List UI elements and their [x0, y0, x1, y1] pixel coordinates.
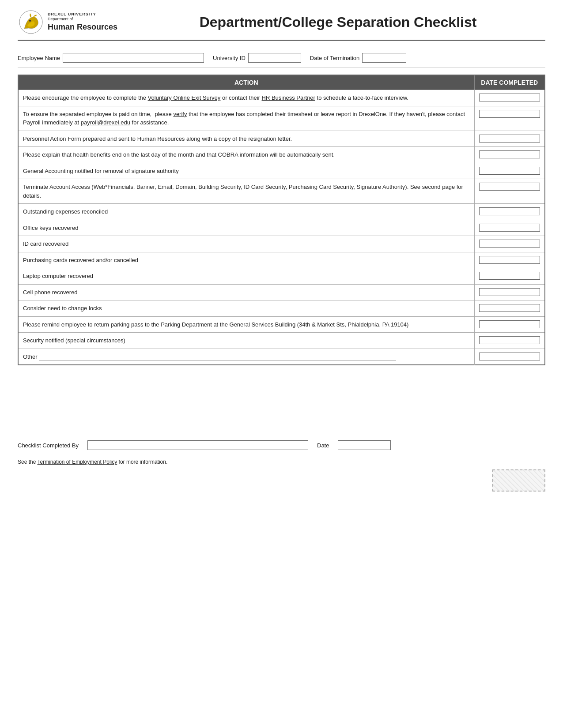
date-completed-input-1[interactable] — [479, 110, 540, 118]
svg-point-2 — [29, 20, 31, 22]
action-text: Laptop computer recovered — [23, 273, 93, 279]
hr-partner-link: HR Business Partner — [262, 94, 315, 101]
footer-date-label: Date — [317, 442, 329, 449]
date-completed-input-8[interactable] — [479, 240, 540, 248]
dept-of-label: Department of — [48, 17, 117, 22]
date-completed-cell — [474, 131, 545, 147]
stamp-box — [492, 469, 545, 492]
table-row: Terminate Account Access (Web*Financials… — [18, 179, 545, 204]
action-text: General Accounting notified for removal … — [23, 168, 179, 174]
date-completed-cell — [474, 220, 545, 236]
date-termination-group: Date of Termination — [310, 53, 407, 63]
date-completed-cell — [474, 147, 545, 163]
verify-link: verify — [173, 111, 187, 117]
policy-text-suffix: for more information. — [117, 459, 167, 465]
footer-row: Checklist Completed By Date — [18, 440, 545, 454]
employee-name-label: Employee Name — [18, 55, 60, 61]
action-text: Personnel Action Form prepared and sent … — [23, 135, 292, 142]
date-completed-input-5[interactable] — [479, 183, 540, 191]
exit-survey-link: Voluntary Online Exit Survey — [148, 94, 221, 101]
date-completed-input-7[interactable] — [479, 224, 540, 232]
action-cell: Terminate Account Access (Web*Financials… — [18, 179, 474, 204]
employee-name-group: Employee Name — [18, 53, 204, 63]
action-text: Purchasing cards recovered and/or cancel… — [23, 257, 138, 263]
date-completed-input-12[interactable] — [479, 304, 540, 312]
action-text: Cell phone recovered — [23, 289, 78, 296]
date-termination-input[interactable] — [362, 53, 406, 63]
date-completed-cell — [474, 316, 545, 333]
date-completed-cell — [474, 349, 545, 365]
action-cell: Cell phone recovered — [18, 284, 474, 300]
table-row: Please encourage the employee to complet… — [18, 90, 545, 106]
date-completed-cell — [474, 204, 545, 220]
date-completed-input-10[interactable] — [479, 272, 540, 280]
table-row: Security notified (special circumstances… — [18, 333, 545, 349]
table-row: Office keys recovered — [18, 220, 545, 236]
table-row: Other — [18, 349, 545, 365]
date-completed-cell — [474, 252, 545, 268]
policy-text-prefix: See the — [18, 459, 37, 465]
checklist-completed-by-input[interactable] — [87, 440, 308, 450]
checklist-completed-by-label: Checklist Completed By — [18, 442, 79, 449]
date-completed-cell — [474, 179, 545, 204]
other-input[interactable] — [39, 353, 396, 361]
date-completed-input-15[interactable] — [479, 353, 540, 360]
table-row: Laptop computer recovered — [18, 268, 545, 285]
table-row: ID card recovered — [18, 236, 545, 252]
employee-name-input[interactable] — [63, 53, 204, 63]
action-cell: ID card recovered — [18, 236, 474, 252]
table-row: To ensure the separated employee is paid… — [18, 106, 545, 131]
date-completed-input-14[interactable] — [479, 336, 540, 344]
date-completed-input-0[interactable] — [479, 94, 540, 101]
action-text: Please remind employee to return parking… — [23, 321, 408, 328]
date-termination-label: Date of Termination — [310, 55, 360, 61]
university-id-label: University ID — [213, 55, 246, 61]
page-header: DREXEL UNIVERSITY Department of Human Re… — [18, 9, 545, 41]
action-cell: Please explain that health benefits end … — [18, 147, 474, 163]
action-cell: To ensure the separated employee is paid… — [18, 106, 474, 131]
table-row: Personnel Action Form prepared and sent … — [18, 131, 545, 147]
action-cell: Laptop computer recovered — [18, 268, 474, 285]
action-cell: Security notified (special circumstances… — [18, 333, 474, 349]
action-text: Consider need to change locks — [23, 305, 102, 311]
action-cell: Please encourage the employee to complet… — [18, 90, 474, 106]
date-completed-input-9[interactable] — [479, 256, 540, 264]
date-completed-cell — [474, 300, 545, 317]
date-completed-cell — [474, 284, 545, 300]
table-row: General Accounting notified for removal … — [18, 163, 545, 179]
date-completed-cell — [474, 90, 545, 106]
action-text: ID card recovered — [23, 240, 68, 247]
action-cell: Office keys recovered — [18, 220, 474, 236]
date-completed-input-3[interactable] — [479, 150, 540, 158]
action-text: Office keys recovered — [23, 225, 78, 231]
date-completed-input-13[interactable] — [479, 320, 540, 328]
footer-stamp-area — [18, 469, 545, 492]
table-row: Cell phone recovered — [18, 284, 545, 300]
date-completed-cell — [474, 163, 545, 179]
payroll-email-link: payroll@drexel.edu — [81, 119, 130, 126]
action-cell: Consider need to change locks — [18, 300, 474, 317]
university-id-input[interactable] — [248, 53, 301, 63]
date-completed-input-6[interactable] — [479, 207, 540, 215]
date-completed-input-2[interactable] — [479, 135, 540, 143]
top-fields-row: Employee Name University ID Date of Term… — [18, 49, 545, 68]
col-date-header: DATE COMPLETED — [474, 75, 545, 90]
action-text: Outstanding expenses reconciled — [23, 208, 108, 215]
footer-date-input[interactable] — [338, 440, 391, 450]
col-action-header: ACTION — [18, 75, 474, 90]
date-completed-cell — [474, 106, 545, 131]
table-row: Please remind employee to return parking… — [18, 316, 545, 333]
action-text: Please explain that health benefits end … — [23, 151, 335, 158]
date-completed-cell — [474, 236, 545, 252]
policy-link[interactable]: Termination of Employment Policy — [37, 459, 117, 465]
action-text: Security notified (special circumstances… — [23, 337, 125, 344]
hr-name-label: Human Resources — [48, 22, 117, 32]
footer-spacer — [18, 365, 545, 436]
date-completed-cell — [474, 268, 545, 285]
action-cell: Outstanding expenses reconciled — [18, 204, 474, 220]
date-completed-input-11[interactable] — [479, 288, 540, 296]
university-id-group: University ID — [213, 53, 301, 63]
table-header-row: ACTION DATE COMPLETED — [18, 75, 545, 90]
date-completed-input-4[interactable] — [479, 167, 540, 175]
logo-text: DREXEL UNIVERSITY Department of Human Re… — [48, 12, 117, 33]
